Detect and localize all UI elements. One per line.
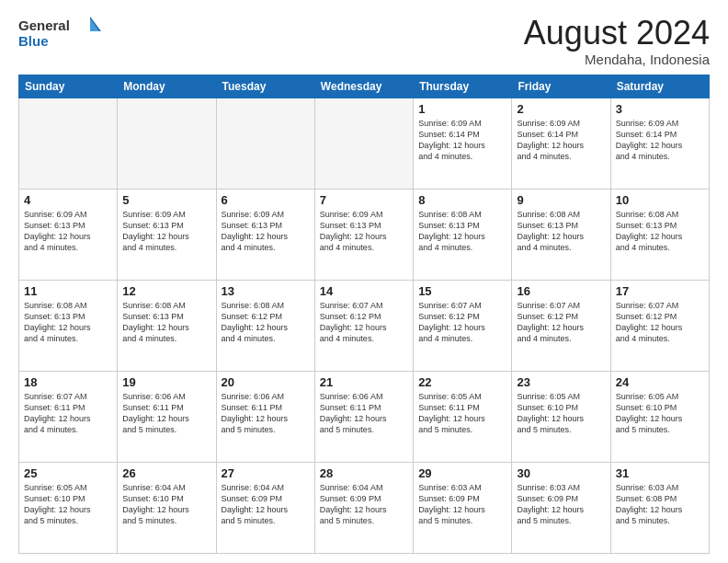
calendar-cell: 27Sunrise: 6:04 AM Sunset: 6:09 PM Dayli… <box>216 462 314 553</box>
calendar-cell: 12Sunrise: 6:08 AM Sunset: 6:13 PM Dayli… <box>118 280 216 371</box>
day-number: 13 <box>222 284 310 298</box>
calendar-cell: 30Sunrise: 6:03 AM Sunset: 6:09 PM Dayli… <box>512 462 610 553</box>
calendar-week-3: 11Sunrise: 6:08 AM Sunset: 6:13 PM Dayli… <box>19 280 710 371</box>
weekday-header-thursday: Thursday <box>414 75 512 98</box>
generalblue-logo-icon: General Blue <box>18 15 101 50</box>
day-number: 21 <box>320 375 408 389</box>
day-number: 22 <box>418 375 506 389</box>
header: General Blue August 2024 Mendaha, Indone… <box>18 15 710 67</box>
calendar-cell: 4Sunrise: 6:09 AM Sunset: 6:13 PM Daylig… <box>19 189 118 280</box>
cell-sun-info: Sunrise: 6:04 AM Sunset: 6:09 PM Dayligh… <box>222 482 310 527</box>
weekday-header-monday: Monday <box>118 75 216 98</box>
weekday-header-wednesday: Wednesday <box>314 75 413 98</box>
calendar-cell: 3Sunrise: 6:09 AM Sunset: 6:14 PM Daylig… <box>610 98 709 189</box>
cell-sun-info: Sunrise: 6:07 AM Sunset: 6:12 PM Dayligh… <box>616 300 704 345</box>
calendar-cell: 13Sunrise: 6:08 AM Sunset: 6:12 PM Dayli… <box>216 280 314 371</box>
cell-sun-info: Sunrise: 6:03 AM Sunset: 6:09 PM Dayligh… <box>418 482 506 527</box>
day-number: 7 <box>320 193 408 207</box>
day-number: 29 <box>418 466 506 480</box>
cell-sun-info: Sunrise: 6:04 AM Sunset: 6:09 PM Dayligh… <box>320 482 408 527</box>
cell-sun-info: Sunrise: 6:08 AM Sunset: 6:13 PM Dayligh… <box>418 209 506 254</box>
cell-sun-info: Sunrise: 6:05 AM Sunset: 6:10 PM Dayligh… <box>616 391 704 436</box>
weekday-header-friday: Friday <box>512 75 610 98</box>
location: Mendaha, Indonesia <box>524 52 710 67</box>
calendar-cell: 2Sunrise: 6:09 AM Sunset: 6:14 PM Daylig… <box>512 98 610 189</box>
calendar-cell: 11Sunrise: 6:08 AM Sunset: 6:13 PM Dayli… <box>19 280 118 371</box>
cell-sun-info: Sunrise: 6:05 AM Sunset: 6:11 PM Dayligh… <box>418 391 506 436</box>
cell-sun-info: Sunrise: 6:06 AM Sunset: 6:11 PM Dayligh… <box>320 391 408 436</box>
svg-text:General: General <box>18 17 70 33</box>
day-number: 1 <box>418 102 506 116</box>
day-number: 20 <box>222 375 310 389</box>
calendar-cell: 20Sunrise: 6:06 AM Sunset: 6:11 PM Dayli… <box>216 371 314 462</box>
cell-sun-info: Sunrise: 6:04 AM Sunset: 6:10 PM Dayligh… <box>122 482 210 527</box>
calendar-week-1: 1Sunrise: 6:09 AM Sunset: 6:14 PM Daylig… <box>19 98 710 189</box>
calendar-cell: 23Sunrise: 6:05 AM Sunset: 6:10 PM Dayli… <box>512 371 610 462</box>
title-block: August 2024 Mendaha, Indonesia <box>524 15 710 67</box>
cell-sun-info: Sunrise: 6:08 AM Sunset: 6:13 PM Dayligh… <box>122 300 210 345</box>
cell-sun-info: Sunrise: 6:05 AM Sunset: 6:10 PM Dayligh… <box>517 391 605 436</box>
logo: General Blue <box>18 15 101 50</box>
day-number: 27 <box>222 466 310 480</box>
day-number: 4 <box>24 193 112 207</box>
calendar-cell: 24Sunrise: 6:05 AM Sunset: 6:10 PM Dayli… <box>610 371 709 462</box>
calendar-cell: 28Sunrise: 6:04 AM Sunset: 6:09 PM Dayli… <box>314 462 413 553</box>
day-number: 8 <box>418 193 506 207</box>
day-number: 19 <box>122 375 210 389</box>
cell-sun-info: Sunrise: 6:09 AM Sunset: 6:14 PM Dayligh… <box>616 118 704 163</box>
day-number: 11 <box>24 284 112 298</box>
cell-sun-info: Sunrise: 6:07 AM Sunset: 6:12 PM Dayligh… <box>517 300 605 345</box>
calendar-cell: 25Sunrise: 6:05 AM Sunset: 6:10 PM Dayli… <box>19 462 118 553</box>
cell-sun-info: Sunrise: 6:09 AM Sunset: 6:13 PM Dayligh… <box>320 209 408 254</box>
cell-sun-info: Sunrise: 6:07 AM Sunset: 6:12 PM Dayligh… <box>418 300 506 345</box>
day-number: 2 <box>517 102 605 116</box>
day-number: 18 <box>24 375 112 389</box>
svg-marker-3 <box>90 18 99 31</box>
day-number: 10 <box>616 193 704 207</box>
day-number: 30 <box>517 466 605 480</box>
cell-sun-info: Sunrise: 6:06 AM Sunset: 6:11 PM Dayligh… <box>222 391 310 436</box>
day-number: 17 <box>616 284 704 298</box>
day-number: 6 <box>222 193 310 207</box>
cell-sun-info: Sunrise: 6:08 AM Sunset: 6:13 PM Dayligh… <box>517 209 605 254</box>
calendar-cell: 29Sunrise: 6:03 AM Sunset: 6:09 PM Dayli… <box>414 462 512 553</box>
day-number: 9 <box>517 193 605 207</box>
calendar-table: SundayMondayTuesdayWednesdayThursdayFrid… <box>18 75 710 554</box>
cell-sun-info: Sunrise: 6:05 AM Sunset: 6:10 PM Dayligh… <box>24 482 112 527</box>
day-number: 25 <box>24 466 112 480</box>
svg-text:Blue: Blue <box>18 33 49 49</box>
calendar-cell: 8Sunrise: 6:08 AM Sunset: 6:13 PM Daylig… <box>414 189 512 280</box>
calendar-cell <box>216 98 314 189</box>
weekday-header-tuesday: Tuesday <box>216 75 314 98</box>
calendar-week-5: 25Sunrise: 6:05 AM Sunset: 6:10 PM Dayli… <box>19 462 710 553</box>
day-number: 15 <box>418 284 506 298</box>
calendar-cell <box>19 98 118 189</box>
calendar-cell <box>118 98 216 189</box>
calendar-cell: 26Sunrise: 6:04 AM Sunset: 6:10 PM Dayli… <box>118 462 216 553</box>
cell-sun-info: Sunrise: 6:03 AM Sunset: 6:08 PM Dayligh… <box>616 482 704 527</box>
calendar-cell: 15Sunrise: 6:07 AM Sunset: 6:12 PM Dayli… <box>414 280 512 371</box>
calendar-cell: 22Sunrise: 6:05 AM Sunset: 6:11 PM Dayli… <box>414 371 512 462</box>
calendar-cell: 31Sunrise: 6:03 AM Sunset: 6:08 PM Dayli… <box>610 462 709 553</box>
day-number: 24 <box>616 375 704 389</box>
calendar-cell: 5Sunrise: 6:09 AM Sunset: 6:13 PM Daylig… <box>118 189 216 280</box>
day-number: 31 <box>616 466 704 480</box>
calendar-cell: 16Sunrise: 6:07 AM Sunset: 6:12 PM Dayli… <box>512 280 610 371</box>
calendar-cell: 17Sunrise: 6:07 AM Sunset: 6:12 PM Dayli… <box>610 280 709 371</box>
page: General Blue August 2024 Mendaha, Indone… <box>0 0 728 563</box>
calendar-cell: 14Sunrise: 6:07 AM Sunset: 6:12 PM Dayli… <box>314 280 413 371</box>
cell-sun-info: Sunrise: 6:08 AM Sunset: 6:13 PM Dayligh… <box>616 209 704 254</box>
cell-sun-info: Sunrise: 6:09 AM Sunset: 6:13 PM Dayligh… <box>24 209 112 254</box>
calendar-cell: 21Sunrise: 6:06 AM Sunset: 6:11 PM Dayli… <box>314 371 413 462</box>
calendar-cell <box>314 98 413 189</box>
day-number: 5 <box>122 193 210 207</box>
day-number: 28 <box>320 466 408 480</box>
calendar-cell: 9Sunrise: 6:08 AM Sunset: 6:13 PM Daylig… <box>512 189 610 280</box>
cell-sun-info: Sunrise: 6:07 AM Sunset: 6:12 PM Dayligh… <box>320 300 408 345</box>
cell-sun-info: Sunrise: 6:09 AM Sunset: 6:14 PM Dayligh… <box>418 118 506 163</box>
calendar-cell: 10Sunrise: 6:08 AM Sunset: 6:13 PM Dayli… <box>610 189 709 280</box>
calendar-week-2: 4Sunrise: 6:09 AM Sunset: 6:13 PM Daylig… <box>19 189 710 280</box>
calendar-cell: 18Sunrise: 6:07 AM Sunset: 6:11 PM Dayli… <box>19 371 118 462</box>
calendar-cell: 7Sunrise: 6:09 AM Sunset: 6:13 PM Daylig… <box>314 189 413 280</box>
calendar-cell: 1Sunrise: 6:09 AM Sunset: 6:14 PM Daylig… <box>414 98 512 189</box>
